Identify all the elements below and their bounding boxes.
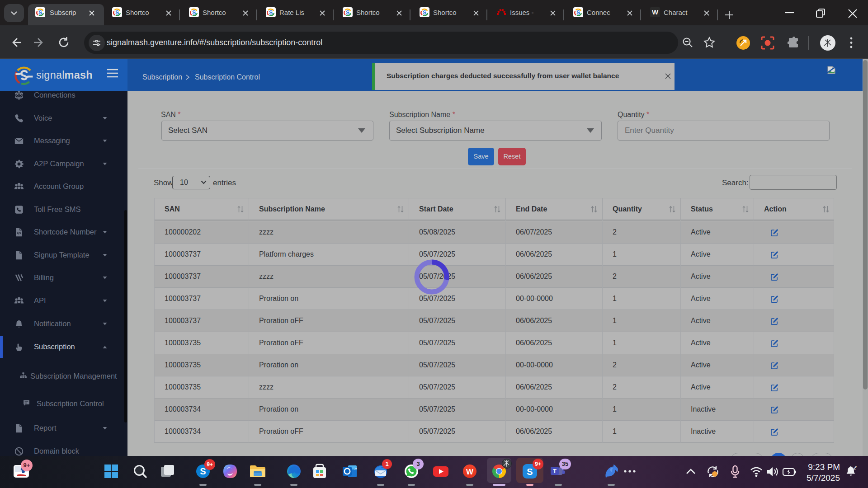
svg-text:S: S	[115, 9, 119, 16]
svg-text:S: S	[192, 9, 196, 16]
svg-text:S: S	[527, 467, 533, 477]
svg-text:S: S	[38, 9, 42, 16]
svg-text:W: W	[466, 468, 474, 476]
svg-text:S: S	[423, 9, 426, 16]
svg-text:S: S	[576, 9, 580, 16]
svg-text:T: T	[553, 468, 557, 474]
svg-text:z: z	[855, 465, 857, 469]
svg-text:S: S	[269, 9, 273, 16]
svg-text:S: S	[346, 9, 349, 16]
